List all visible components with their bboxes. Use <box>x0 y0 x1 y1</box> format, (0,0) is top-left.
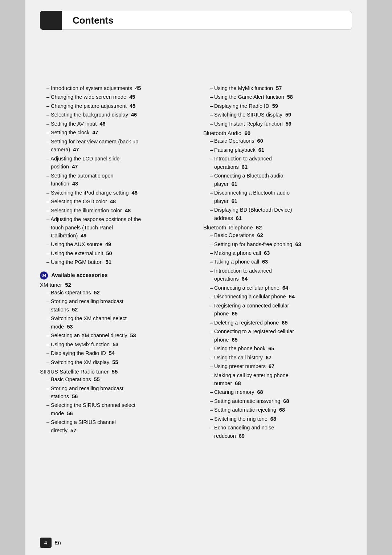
page-language: En <box>54 540 61 546</box>
list-item: – Storing and recalling broadcast statio… <box>40 384 189 401</box>
list-item: – Basic Operations 60 <box>203 137 352 145</box>
list-item: – Adjusting the response positions of th… <box>40 215 189 240</box>
list-item: – Disconnecting a cellular phone 64 <box>203 293 352 301</box>
list-item: – Switching the iPod charge setting 48 <box>40 189 189 197</box>
list-item: – Using the PGM button 51 <box>40 258 189 266</box>
list-item: – Using the external unit 50 <box>40 249 189 257</box>
list-item: – Registering a connected cellular phone… <box>203 302 352 318</box>
page-title: Contents <box>73 15 114 26</box>
list-item: – Basic Operations 55 <box>40 375 189 383</box>
list-item: – Using Instant Replay function 59 <box>203 120 352 128</box>
title-bar-content: Contents <box>62 11 352 30</box>
list-item: – Connecting to a registered cellular ph… <box>203 327 352 344</box>
list-item: – Basic Operations 52 <box>40 289 189 297</box>
list-item: – Switching the ring tone 68 <box>203 415 352 423</box>
list-item: – Using the call history 67 <box>203 354 352 362</box>
right-column: – Using the MyMix function 57 – Using th… <box>203 84 352 441</box>
top-spacer <box>40 41 352 84</box>
subsection-title: XM tuner 52 <box>40 282 189 288</box>
list-item: – Clearing memory 68 <box>203 388 352 396</box>
list-item: – Setting up for hands-free phoning 63 <box>203 240 352 248</box>
page-number-box: 4 <box>40 538 52 548</box>
list-item: – Setting automatic rejecting 68 <box>203 406 352 414</box>
list-item: – Using the MyMix function 57 <box>203 84 352 92</box>
list-item: – Connecting a cellular phone 64 <box>203 284 352 292</box>
list-item: – Basic Operations 62 <box>203 231 352 239</box>
list-item: – Adjusting the LCD panel slide position… <box>40 155 189 171</box>
list-item: – Switching the SIRIUS display 59 <box>203 111 352 119</box>
list-item: – Introduction to advanced operations 61 <box>203 155 352 171</box>
list-item: – Connecting a Bluetooth audio player 61 <box>203 172 352 188</box>
title-bar-decoration <box>40 11 62 30</box>
list-item: – Displaying BD (Bluetooth Device) addre… <box>203 206 352 222</box>
list-item: – Introduction to advanced operations 64 <box>203 267 352 283</box>
list-item: – Selecting the background display 46 <box>40 111 189 119</box>
subsection-title: SIRIUS Satellite Radio tuner 55 <box>40 368 189 375</box>
list-item: – Setting for rear view camera (back up … <box>40 138 189 154</box>
list-item: – Deleting a registered phone 65 <box>203 319 352 327</box>
list-item: – Introduction of system adjustments 45 <box>40 84 189 92</box>
list-item: – Changing the picture adjustment 45 <box>40 102 189 110</box>
list-item: – Making a phone call 63 <box>203 249 352 257</box>
list-item: – Selecting a SIRIUS channel directly 57 <box>40 418 189 434</box>
list-item: – Selecting the illumination color 48 <box>40 207 189 215</box>
list-item: – Setting the automatic open function 48 <box>40 172 189 188</box>
page-number: 4 <box>44 540 47 546</box>
list-item: – Displaying the Radio ID 59 <box>203 102 352 110</box>
subsection-title: Bluetooth Audio 60 <box>203 130 352 136</box>
list-item: – Using the phone book 65 <box>203 344 352 352</box>
list-item: – Setting the AV input 46 <box>40 120 189 128</box>
list-item: – Using preset numbers 67 <box>203 362 352 370</box>
list-item: – Setting the clock 47 <box>40 128 189 136</box>
page: Contents – Introduction of system adjust… <box>25 0 367 555</box>
bottom-bar: 4 En <box>40 538 61 548</box>
list-item: – Taking a phone call 63 <box>203 258 352 266</box>
list-item: – Switching the XM display 55 <box>40 358 189 366</box>
list-item: – Selecting the SIRIUS channel select mo… <box>40 401 189 417</box>
section-number-circle: 04 <box>40 272 48 279</box>
list-item: – Using the MyMix function 53 <box>40 340 189 348</box>
list-item: – Changing the wide screen mode 45 <box>40 93 189 101</box>
list-item: – Switching the XM channel select mode 5… <box>40 314 189 331</box>
list-item: – Making a call by entering phone number… <box>203 371 352 388</box>
section04-header: 04 Available accessories <box>40 272 189 279</box>
section-title: Available accessories <box>51 272 107 278</box>
subsection-title: Bluetooth Telephone 62 <box>203 224 352 230</box>
list-item: – Selecting the OSD color 48 <box>40 197 189 205</box>
list-item: – Using the Game Alert function 58 <box>203 93 352 101</box>
list-item: – Disconnecting a Bluetooth audio player… <box>203 189 352 205</box>
list-item: – Echo canceling and noise reduction 69 <box>203 424 352 440</box>
list-item: – Storing and recalling broadcast statio… <box>40 297 189 314</box>
list-item: – Using the AUX source 49 <box>40 240 189 248</box>
title-bar: Contents <box>40 11 352 30</box>
list-item: – Setting automatic answering 68 <box>203 397 352 405</box>
list-item: – Displaying the Radio ID 54 <box>40 349 189 357</box>
left-column: – Introduction of system adjustments 45 … <box>40 84 189 435</box>
toc-columns: – Introduction of system adjustments 45 … <box>40 84 352 441</box>
list-item: – Pausing playback 61 <box>203 146 352 154</box>
list-item: – Selecting an XM channel directly 53 <box>40 331 189 339</box>
